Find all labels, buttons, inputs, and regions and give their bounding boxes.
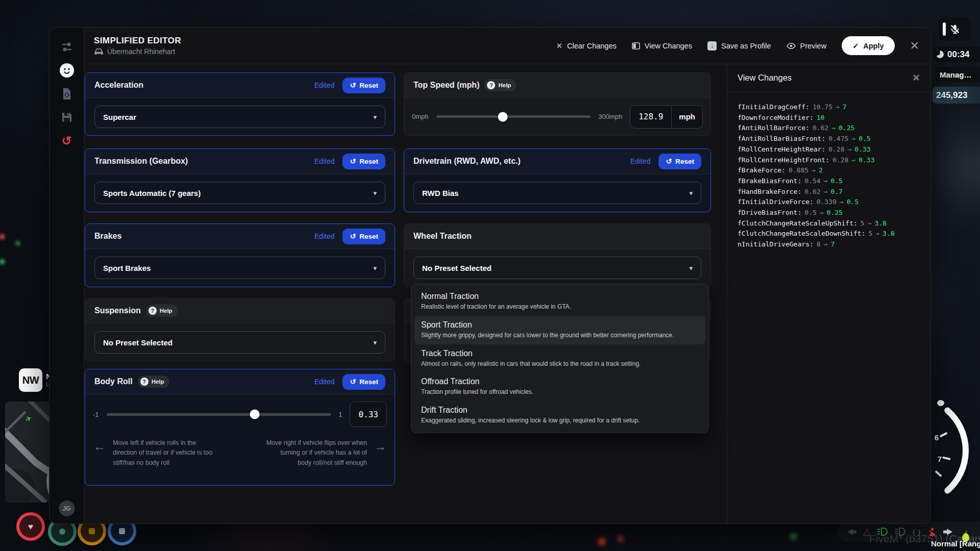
money-value: 245,923 bbox=[936, 90, 967, 101]
help-badge[interactable]: ? Help bbox=[146, 305, 178, 317]
change-arrow: → bbox=[840, 198, 844, 206]
view-changes-button[interactable]: View Changes bbox=[632, 42, 692, 50]
slider-thumb[interactable] bbox=[498, 112, 507, 121]
panel-top-speed: Top Speed (mph) ? Help 0mph 300mph 128.9… bbox=[404, 72, 711, 136]
traction-option[interactable]: Track Traction Almost on rails, only rea… bbox=[414, 344, 705, 373]
reset-button[interactable]: ↺ Reset bbox=[342, 78, 385, 93]
drivetrain-select[interactable]: RWD Bias ▾ bbox=[413, 182, 701, 204]
suspension-select[interactable]: No Preset Selected ▾ bbox=[94, 331, 385, 354]
job-widget: Manag… bbox=[935, 67, 980, 82]
bokeh-red-light bbox=[598, 538, 606, 545]
reset-icon: ↺ bbox=[666, 157, 672, 165]
reset-button[interactable]: ↺ Reset bbox=[342, 229, 385, 244]
panel-drivetrain: Drivetrain (RWD, AWD, etc.) Edited ↺ Res… bbox=[404, 148, 711, 212]
bokeh-green-light bbox=[0, 259, 5, 264]
slider-max-label: 1 bbox=[338, 411, 342, 418]
pear-icon bbox=[961, 531, 971, 543]
body-roll-slider[interactable] bbox=[107, 413, 331, 416]
body-roll-left-hint: Move left if vehicle rolls in the direct… bbox=[113, 438, 221, 468]
car-icon bbox=[94, 48, 104, 55]
preview-button[interactable]: Preview bbox=[787, 42, 827, 50]
bokeh-green-light bbox=[791, 534, 796, 539]
voice-range-label: Normal [Range] bbox=[931, 539, 980, 548]
traction-option[interactable]: Normal Traction Realistic level of tract… bbox=[414, 287, 705, 316]
reset-button[interactable]: ↺ Reset bbox=[342, 154, 385, 169]
indicator-left-icon bbox=[847, 529, 856, 535]
apply-button[interactable]: ✓ Apply bbox=[842, 36, 894, 55]
arrow-left-icon: ← bbox=[93, 440, 106, 453]
timer-widget: 00:34 bbox=[933, 46, 980, 62]
chevron-down-icon: ▾ bbox=[689, 264, 693, 272]
brakes-select[interactable]: Sport Brakes ▾ bbox=[94, 257, 385, 279]
check-icon: ✓ bbox=[852, 42, 859, 50]
change-arrow: → bbox=[820, 209, 824, 216]
reset-all-icon[interactable]: ↺ bbox=[59, 133, 75, 149]
reset-icon: ↺ bbox=[350, 378, 356, 386]
save-profile-icon: ↓ bbox=[707, 41, 717, 51]
voice-level-bar bbox=[943, 22, 946, 36]
traction-option[interactable]: Sport Traction Slightly more grippy, des… bbox=[414, 316, 705, 344]
change-row: fInitialDragCoeff:10.75→7 bbox=[738, 102, 920, 113]
save-as-profile-button[interactable]: ↓ Save as Profile bbox=[707, 41, 771, 51]
eye-icon bbox=[787, 43, 796, 49]
change-row: fHandBrakeForce:0.62→0.7 bbox=[738, 187, 920, 197]
gauge-number: 6 bbox=[935, 433, 939, 442]
slider-min-label: 0mph bbox=[412, 113, 429, 120]
change-row: fRollCentreHeightRear:0.28→0.33 bbox=[738, 144, 920, 155]
stamina-icon bbox=[59, 529, 65, 535]
reset-button[interactable]: ↺ Reset bbox=[658, 154, 701, 169]
reset-icon: ↺ bbox=[350, 232, 356, 240]
traction-option[interactable]: Drift Traction Exaggerated sliding, incr… bbox=[414, 401, 705, 430]
edited-badge: Edited bbox=[314, 81, 335, 89]
bokeh-green-light bbox=[16, 241, 20, 245]
chevron-down-icon: ▾ bbox=[373, 339, 377, 346]
arrow-right-icon: → bbox=[374, 440, 386, 453]
file-icon[interactable] bbox=[59, 86, 75, 102]
avatar: JG bbox=[59, 500, 75, 516]
help-badge[interactable]: ? Help bbox=[138, 375, 169, 388]
top-speed-slider[interactable] bbox=[436, 115, 591, 118]
edited-badge: Edited bbox=[314, 378, 335, 386]
help-badge[interactable]: ? Help bbox=[484, 79, 516, 91]
save-icon[interactable] bbox=[59, 109, 75, 126]
change-arrow: → bbox=[848, 145, 852, 153]
question-icon: ? bbox=[487, 81, 495, 89]
change-arrow: → bbox=[824, 240, 828, 248]
traction-option[interactable]: Offroad Traction Traction profile tuned … bbox=[414, 372, 705, 401]
timer-value: 00:34 bbox=[947, 49, 969, 60]
gauge-number: 7 bbox=[938, 455, 942, 463]
question-icon: ? bbox=[149, 307, 157, 315]
panel-brakes: Brakes Edited ↺ Reset Sport Brakes ▾ bbox=[85, 223, 395, 287]
slider-max-label: 300mph bbox=[598, 113, 622, 120]
transmission-select[interactable]: Sports Automatic (7 gears) ▾ bbox=[94, 182, 385, 204]
acceleration-select[interactable]: Supercar ▾ bbox=[94, 106, 385, 128]
chevron-down-icon: ▾ bbox=[373, 189, 377, 197]
job-label: Manag… bbox=[940, 70, 972, 79]
top-speed-value-input[interactable]: 128.9 mph bbox=[630, 105, 703, 129]
tune-icon[interactable] bbox=[59, 39, 75, 55]
smiley-icon[interactable] bbox=[59, 62, 75, 79]
panel-transmission: Transmission (Gearbox) Edited ↺ Reset Sp… bbox=[85, 148, 395, 212]
close-icon: ✕ bbox=[556, 41, 562, 51]
bokeh-red-light bbox=[618, 536, 623, 542]
body-roll-value-input[interactable]: 0.33 bbox=[350, 402, 387, 427]
change-row: fAntiRollBarBiasFront:0.475→0.5 bbox=[738, 134, 920, 144]
question-icon: ? bbox=[140, 378, 149, 386]
thirst-icon bbox=[119, 528, 125, 534]
hunger-icon bbox=[89, 528, 95, 534]
clear-changes-button[interactable]: ✕ Clear Changes bbox=[556, 41, 616, 51]
change-arrow: → bbox=[831, 124, 836, 132]
wheel-traction-select[interactable]: No Preset Selected ▾ bbox=[413, 257, 701, 279]
slider-thumb[interactable] bbox=[250, 410, 259, 419]
view-changes-close-icon[interactable]: ✕ bbox=[912, 72, 920, 84]
change-arrow: → bbox=[875, 230, 879, 237]
change-row: fClutchChangeRateScaleDownShift:5→3.8 bbox=[738, 229, 920, 239]
reset-icon: ↺ bbox=[350, 157, 356, 165]
change-arrow: → bbox=[868, 219, 872, 227]
change-row: fInitialDriveForce:0.339→0.5 bbox=[738, 197, 920, 208]
change-arrow: → bbox=[836, 103, 840, 111]
chevron-down-icon: ▾ bbox=[689, 189, 693, 197]
panel-wheel-traction: Wheel Traction No Preset Selected ▾ bbox=[404, 223, 711, 287]
editor-close-icon[interactable]: ✕ bbox=[910, 40, 919, 52]
reset-button[interactable]: ↺ Reset bbox=[342, 374, 385, 390]
